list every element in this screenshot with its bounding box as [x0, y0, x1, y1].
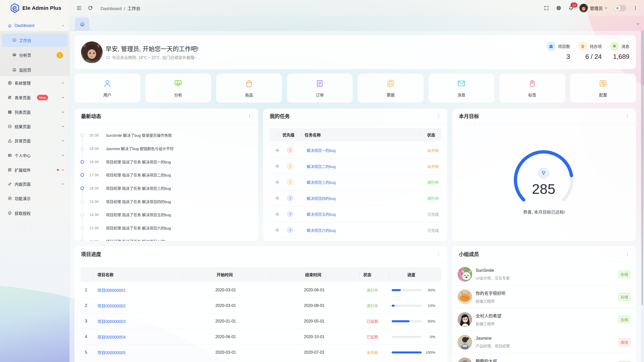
- svg-text:285: 285: [532, 181, 555, 197]
